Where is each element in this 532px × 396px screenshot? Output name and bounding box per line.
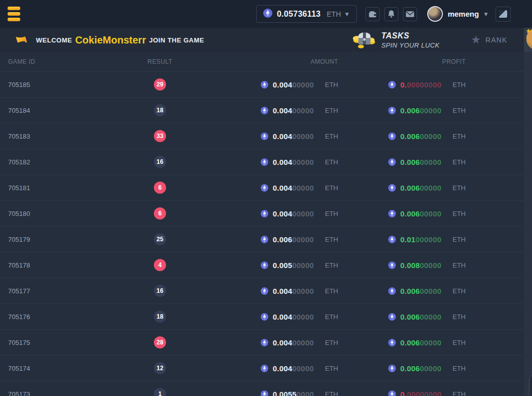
currency-label: ETH [325,339,338,346]
profit-cell: 0.00600000 ETH [338,106,466,115]
result-badge: 33 [154,130,166,142]
welcome-username: CokieMonsterr [75,34,146,46]
tasks-title: TASKS [381,31,439,40]
megaphone-icon [15,33,27,47]
chat-user-stars: ★★ [526,28,532,34]
eth-coin-icon [388,133,396,140]
table-row[interactable]: 705181 6 0.00400000 ETH 0.00600000 ETH [0,174,524,200]
amount-cell: 0.00400000 ETH [176,209,338,218]
chevron-down-icon: ▼ [483,11,489,17]
user-name: memeng [447,10,479,18]
col-amount: AMOUNT [176,58,338,65]
amount-cell: 0.00500000 ETH [176,261,338,270]
eth-coin-icon [263,9,272,20]
amount-dim: 00000 [292,235,314,244]
game-id: 705184 [0,107,144,114]
table-row[interactable]: 705185 29 0.00400000 ETH 0.00000000 ETH [0,71,524,97]
amount-main: 0.004 [273,132,293,141]
eth-coin-icon [388,313,396,321]
game-id: 705181 [0,184,144,192]
amount-cell: 0.00550000 ETH [176,390,338,396]
table-row[interactable]: 705183 33 0.00400000 ETH 0.00600000 ETH [0,123,524,149]
game-id: 705182 [0,158,144,166]
eth-coin-icon [261,287,268,295]
amount-dim: 00000 [292,364,314,373]
currency-label: ETH [325,210,338,217]
game-id: 705179 [0,236,144,243]
treasure-chest-icon [352,29,376,51]
profit-dim: 000000 [416,235,441,244]
amount-main: 0.004 [273,364,293,373]
welcome-text: WELCOME [36,36,72,44]
amount-cell: 0.00400000 ETH [176,132,338,141]
notifications-button[interactable] [384,7,398,21]
result-badge: 6 [154,182,166,194]
table-row[interactable]: 705182 16 0.00400000 ETH 0.00600000 ETH [0,149,524,174]
result-badge: 29 [154,78,166,91]
game-id: 705175 [0,339,144,346]
eth-coin-icon [388,287,396,295]
amount-dim: 00000 [292,132,314,141]
table-row[interactable]: 705176 18 0.00400000 ETH 0.00600000 ETH [0,303,524,329]
wallet-icon [368,10,377,18]
amount-dim: 00000 [292,261,314,270]
currency-label: ETH [325,287,338,295]
game-id: 705173 [0,390,144,396]
balance-currency: ETH [327,10,341,18]
profit-dim: 00000 [420,209,441,218]
table-row[interactable]: 705177 16 0.00400000 ETH 0.00600000 ETH [0,278,524,303]
amount-dim: 00000 [292,80,314,89]
eth-coin-icon [261,107,268,114]
table-row[interactable]: 705175 28 0.00400000 ETH 0.00600000 ETH [0,329,524,355]
table-row[interactable]: 705184 18 0.00400000 ETH 0.00600000 ETH [0,97,524,123]
chat-toggle-button[interactable] [496,7,511,22]
table-row[interactable]: 705178 4 0.00500000 ETH 0.00800000 ETH [0,252,524,278]
menu-icon[interactable] [8,7,20,21]
table-row[interactable]: 705174 12 0.00400000 ETH 0.00600000 ETH [0,355,524,381]
table-row[interactable]: 705173 1 0.00550000 ETH 0.00000000 ETH [0,381,524,396]
currency-label: ETH [453,236,466,243]
profit-dim: 00000 [420,106,441,115]
profit-dim: 00000 [420,132,441,141]
profit-cell: 0.00600000 ETH [338,287,466,295]
game-id: 705176 [0,313,144,321]
user-menu[interactable]: memeng ▼ [427,6,489,22]
amount-main: 0.004 [273,209,293,218]
game-id: 705174 [0,365,144,372]
profit-cell: 0.00600000 ETH [338,158,466,166]
amount-dim: 00000 [292,184,314,192]
rank-button[interactable]: ★ RANK [471,34,507,46]
wallet-button[interactable] [365,7,380,21]
eth-coin-icon [388,365,396,372]
currency-label: ETH [325,184,338,192]
result-badge: 4 [154,259,166,271]
messages-button[interactable] [403,7,417,21]
profit-cell: 0.00600000 ETH [338,338,466,347]
currency-label: ETH [453,287,466,295]
rank-label: RANK [485,36,507,44]
amount-cell: 0.00400000 ETH [176,364,338,373]
chat-input-edge[interactable] [529,375,532,396]
profit-cell: 0.00000000 ETH [338,80,466,89]
profit-cell: 0.00000000 ETH [338,390,466,396]
chat-panel-edge[interactable]: ★★ ★★ ★★ ★★ ★★ ★★ [524,28,532,396]
table-row[interactable]: 705180 6 0.00400000 ETH 0.00600000 ETH [0,200,524,226]
amount-cell: 0.00400000 ETH [176,80,338,89]
table-row[interactable]: 705179 25 0.00600000 ETH 0.01000000 ETH [0,226,524,252]
eth-coin-icon [261,236,268,243]
announcement-banner: WELCOME CokieMonsterr JOIN THE GAME [0,28,524,52]
profit-cell: 0.01000000 ETH [338,235,466,244]
profit-main: 0.006 [400,364,420,373]
eth-coin-icon [388,339,396,346]
amount-dim: 00000 [292,287,314,295]
tasks-button[interactable]: TASKS SPIN YOUR LUCK [352,29,439,51]
amount-cell: 0.00400000 ETH [176,287,338,295]
currency-label: ETH [325,107,338,114]
amount-dim: 0000 [297,390,314,396]
eth-coin-icon [388,107,396,114]
profit-dim: 00000 [420,364,441,373]
result-badge: 6 [154,207,166,219]
profit-dim: 00000 [420,261,441,270]
balance-selector[interactable]: 0.05736113 ETH ▼ [256,5,357,23]
profit-main: 0.006 [400,287,420,295]
